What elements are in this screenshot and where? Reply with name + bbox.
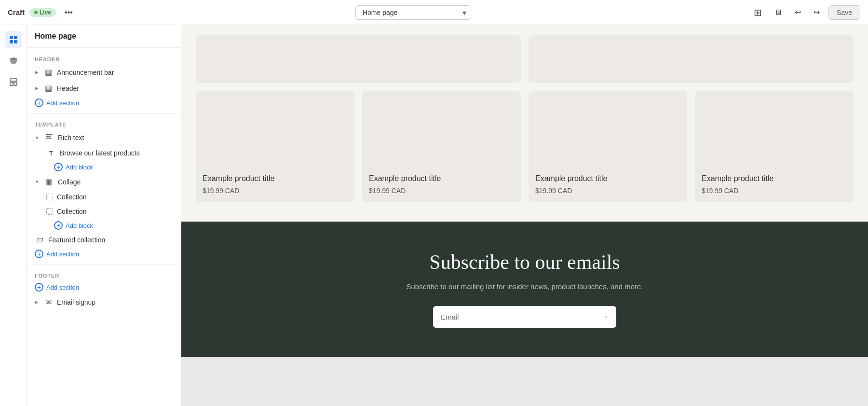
product-title-2: Example product title <box>369 174 514 184</box>
topbar-right: ⊞ 🖥 ↩ ↪ Save <box>750 4 860 21</box>
rail-icon-pages[interactable] <box>5 31 22 48</box>
collection-1-label: Collection <box>57 193 86 201</box>
svg-rect-5 <box>10 82 13 85</box>
announcement-bar-icon: ▦ <box>43 68 53 77</box>
product-card-4: Example product title $19.99 CAD <box>695 91 854 202</box>
product-title-4: Example product title <box>702 174 847 184</box>
sidebar-item-email-signup[interactable]: ▶ ✉ Email signup <box>27 294 181 310</box>
product-card-2: Example product title $19.99 CAD <box>362 91 521 202</box>
topbar: Craft Live ••• Home page ⊞ 🖥 ↩ ↪ Save <box>0 0 868 25</box>
product-info-1: Example product title $19.99 CAD <box>196 168 354 202</box>
rail-icon-sections[interactable] <box>5 73 22 91</box>
live-label: Live <box>40 9 51 16</box>
collection-1-icon <box>46 194 53 200</box>
svg-rect-4 <box>10 79 17 81</box>
icon-rail <box>0 25 27 406</box>
add-section-header[interactable]: + Add section <box>27 96 181 110</box>
more-button[interactable]: ••• <box>61 5 77 20</box>
sidebar: Home page HEADER ▶ ▦ Announcement bar ▶ … <box>27 25 181 406</box>
announcement-bar-label: Announcement bar <box>57 69 114 76</box>
sidebar-item-announcement-bar[interactable]: ▶ ▦ Announcement bar <box>27 64 181 80</box>
footer-section-label: FOOTER <box>27 269 181 280</box>
header-label: Header <box>57 84 79 92</box>
collage-label: Collage <box>58 178 81 186</box>
collection-2-icon <box>46 208 53 215</box>
plus-icon: + <box>35 283 43 292</box>
product-image-3 <box>529 91 687 168</box>
sidebar-item-rich-text[interactable]: ▼ Rich text <box>27 129 181 146</box>
monitor-button[interactable]: 🖥 <box>771 5 786 20</box>
sidebar-item-collage[interactable]: ▼ ▦ Collage <box>27 174 181 190</box>
chevron-icon: ▶ <box>35 85 39 91</box>
plus-icon: + <box>35 250 43 258</box>
email-input[interactable] <box>433 307 592 327</box>
chevron-icon: ▶ <box>35 299 39 305</box>
add-section-footer[interactable]: + Add section <box>27 280 181 294</box>
chevron-icon: ▶ <box>35 70 39 75</box>
add-block-rich-text-label: Add block <box>66 164 93 171</box>
product-card-1: Example product title $19.99 CAD <box>196 91 354 202</box>
email-submit-arrow[interactable]: → <box>592 306 616 328</box>
collection-2-label: Collection <box>57 208 86 215</box>
sidebar-item-collection-2[interactable]: Collection <box>27 204 181 219</box>
plus-icon: + <box>35 98 43 107</box>
product-price-2: $19.99 CAD <box>369 187 514 195</box>
svg-rect-6 <box>14 82 17 85</box>
live-dot <box>34 11 38 14</box>
product-title-3: Example product title <box>535 174 680 184</box>
product-price-3: $19.99 CAD <box>535 187 680 195</box>
svg-rect-7 <box>46 134 53 135</box>
redo-button[interactable]: ↪ <box>810 5 824 20</box>
add-block-collage[interactable]: + Add block <box>27 219 181 232</box>
grid-toggle-button[interactable]: ⊞ <box>750 4 766 21</box>
svg-rect-8 <box>46 136 51 137</box>
topbar-center: Home page <box>82 5 744 20</box>
page-select-wrapper: Home page <box>355 5 471 20</box>
subscribe-title: Subscribe to our emails <box>429 251 620 274</box>
product-title-1: Example product title <box>203 174 348 184</box>
undo-button[interactable]: ↩ <box>791 5 805 20</box>
product-price-1: $19.99 CAD <box>203 187 348 195</box>
featured-collection-icon: 🏷 <box>35 236 44 244</box>
chevron-down-icon: ▼ <box>35 135 40 140</box>
divider-2 <box>27 265 181 265</box>
canvas-area[interactable]: Example product title $19.99 CAD Example… <box>181 25 868 406</box>
page-select[interactable]: Home page <box>355 5 471 20</box>
sidebar-item-browse[interactable]: T Browse our latest products <box>27 146 181 160</box>
divider-1 <box>27 113 181 114</box>
email-signup-icon: ✉ <box>43 297 53 307</box>
save-button[interactable]: Save <box>828 5 860 20</box>
add-section-template[interactable]: + Add section <box>27 247 181 261</box>
rail-icon-customize[interactable] <box>5 52 22 70</box>
rich-text-label: Rich text <box>58 134 84 141</box>
sidebar-item-collection-1[interactable]: Collection <box>27 190 181 204</box>
product-card-3: Example product title $19.99 CAD <box>529 91 687 202</box>
plus-icon: + <box>54 221 63 230</box>
product-image-top-2 <box>529 35 854 83</box>
svg-rect-0 <box>10 36 13 39</box>
topbar-left: Craft Live ••• <box>8 5 77 20</box>
collage-icon: ▦ <box>44 177 54 186</box>
sidebar-title: Home page <box>27 25 181 48</box>
chevron-down-icon: ▼ <box>35 179 40 184</box>
header-section-label: HEADER <box>27 53 181 64</box>
product-grid-top <box>196 35 854 83</box>
product-image-4 <box>695 91 854 168</box>
products-section: Example product title $19.99 CAD Example… <box>181 25 868 222</box>
live-badge: Live <box>29 8 56 17</box>
template-section-label: TEMPLATE <box>27 118 181 129</box>
svg-rect-2 <box>10 40 13 43</box>
main-layout: Home page HEADER ▶ ▦ Announcement bar ▶ … <box>0 25 868 406</box>
text-block-icon: T <box>46 150 56 157</box>
svg-rect-3 <box>14 40 17 43</box>
email-signup-label: Email signup <box>57 298 95 306</box>
product-info-4: Example product title $19.99 CAD <box>695 168 854 202</box>
monitor-icon: 🖥 <box>774 8 782 16</box>
sidebar-item-featured-collection[interactable]: 🏷 Featured collection <box>27 232 181 247</box>
product-image-1 <box>196 91 354 168</box>
sidebar-item-header[interactable]: ▶ ▦ Header <box>27 80 181 96</box>
product-price-4: $19.99 CAD <box>702 187 847 195</box>
add-block-collage-label: Add block <box>66 222 93 229</box>
email-form: → <box>433 306 616 328</box>
add-block-rich-text[interactable]: + Add block <box>27 160 181 174</box>
